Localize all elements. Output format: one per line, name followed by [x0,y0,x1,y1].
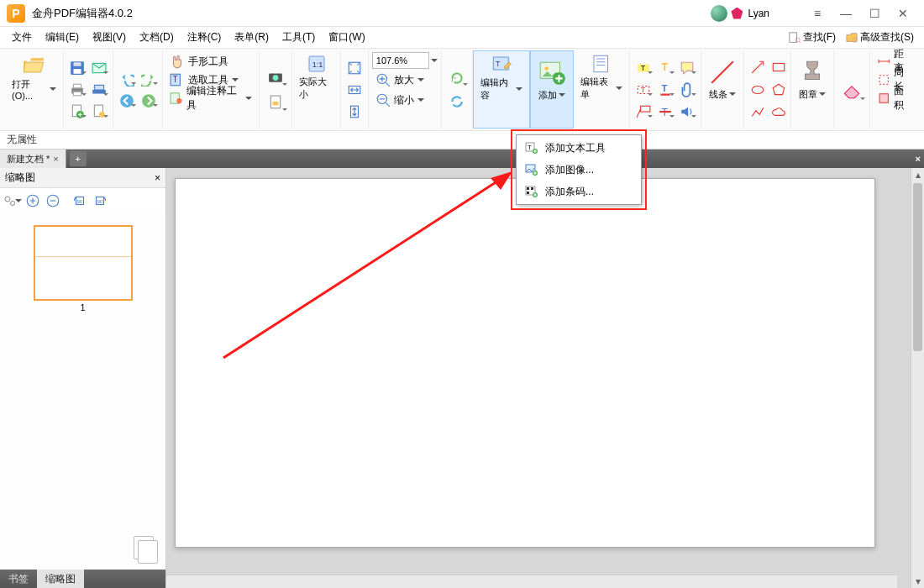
textbox-button[interactable]: T [633,80,654,100]
side-settings-button[interactable] [3,192,22,210]
document-tabbar: 新建文档 * × + × [0,150,924,168]
fit-page-button[interactable] [344,58,365,78]
folder-search-icon [846,31,858,45]
pages-stack-icon [134,536,157,563]
lines-button[interactable]: 线条 [705,52,740,102]
polygon-shape-button[interactable] [769,80,789,100]
svg-rect-6 [73,62,81,66]
doc-page-button[interactable] [263,90,288,115]
new-doc-button[interactable] [67,102,87,122]
audio-button[interactable] [677,102,697,122]
zoom-out-button[interactable]: 缩小 [372,91,428,109]
add-image-item[interactable]: 添加图像... [517,159,641,181]
group-add: 添加 [530,50,574,129]
actual-size-button[interactable]: 1:1 实际大小 [296,52,337,102]
horizontal-scrollbar[interactable] [166,575,897,588]
tab-close-button[interactable]: × [53,154,58,164]
forward-button[interactable] [139,91,159,111]
rotate-button[interactable] [445,66,469,90]
edit-form-button[interactable]: 编辑表单 [577,52,626,102]
forward-icon [141,93,156,108]
callout-button[interactable] [633,102,654,122]
back-button[interactable] [117,91,137,111]
rotate-ccw-button[interactable]: 90 [71,192,89,210]
area-button[interactable]: 面积 [874,89,916,108]
menu-annotate[interactable]: 注释(C) [182,29,227,46]
find-button[interactable]: 查找(F) [785,29,839,46]
minimize-button[interactable]: — [832,3,860,24]
refresh-button[interactable] [445,90,469,113]
save-button[interactable] [67,58,87,78]
scroll-up-button[interactable]: ▴ [911,168,924,181]
page-view[interactable] [175,178,875,548]
redo-button[interactable] [139,69,159,89]
zoom-in-button[interactable]: 放大 [372,71,428,89]
ellipse-shape-button[interactable] [748,80,768,100]
menu-view[interactable]: 视图(V) [87,29,131,46]
doc-settings-button[interactable] [89,102,109,122]
fit-width-button[interactable] [344,80,365,100]
fit-width-icon [347,82,362,97]
annotation-tool-button[interactable]: 编辑注释工具 [166,89,255,108]
eraser-button[interactable] [837,76,866,104]
edit-content-button[interactable]: T 编辑内容 [477,53,526,103]
vertical-scrollbar[interactable]: ▴ ▾ [911,168,924,588]
text-color-button[interactable]: T [655,58,675,78]
menu-document[interactable]: 文档(D) [134,29,179,46]
svg-point-60 [11,202,15,206]
attach-button[interactable] [677,80,697,100]
scroll-down-button[interactable]: ▾ [911,575,924,588]
app-menu-button[interactable]: ≡ [803,3,832,24]
cloud-shape-button[interactable] [769,102,789,123]
tab-bookmarks[interactable]: 书签 [0,570,37,588]
tab-thumbnails[interactable]: 缩略图 [37,570,84,588]
mail-button[interactable] [89,58,109,78]
strike-button[interactable]: T [655,102,675,122]
side-zoom-in-button[interactable] [24,192,42,210]
undo-button[interactable] [117,69,137,89]
maximize-button[interactable]: ☐ [860,3,889,24]
page-thumbnail[interactable] [34,225,133,301]
menu-form[interactable]: 表单(R) [229,29,274,46]
side-zoom-out-button[interactable] [44,192,62,210]
scroll-thumb[interactable] [913,183,922,351]
canvas-viewport[interactable] [166,168,911,588]
note-button[interactable] [677,58,697,78]
svg-rect-41 [594,55,608,72]
menu-window[interactable]: 窗口(W) [323,29,370,46]
arrow-shape-button[interactable] [748,57,768,77]
zoom-input[interactable] [372,52,429,69]
highlight-button[interactable]: T [633,58,654,78]
no-properties-label: 无属性 [7,134,37,145]
zoom-dropdown-icon[interactable] [431,59,438,66]
close-button[interactable]: ✕ [889,3,917,24]
menu-edit[interactable]: 编辑(E) [40,29,84,46]
textbox-icon: T [636,82,651,97]
scan-button[interactable] [89,80,109,100]
fit-height-button[interactable] [344,102,365,122]
tab-add-button[interactable]: + [70,151,87,166]
menu-tools[interactable]: 工具(T) [277,29,320,46]
rotate-cw-button[interactable]: 90 [91,192,109,210]
properties-bar: 无属性 [0,131,924,150]
print-button[interactable] [67,80,87,100]
tabbar-close-button[interactable]: × [916,154,921,164]
snapshot-button[interactable] [263,65,288,90]
find-label: 查找(F) [803,30,836,45]
polyline-shape-button[interactable] [748,102,768,123]
stamp-button[interactable]: 图章 [795,52,830,102]
side-panel-close-button[interactable]: × [155,172,160,184]
group-text-tools: T T T T T [630,50,701,129]
add-barcode-item[interactable]: 添加条码... [517,181,641,202]
advanced-find-button[interactable]: 高级查找(S) [843,29,917,46]
add-button[interactable]: 添加 [534,53,570,103]
document-tab[interactable]: 新建文档 * × [0,150,66,168]
underline-button[interactable]: T [655,80,675,100]
hand-tool-button[interactable]: 手形工具 [166,52,232,71]
menu-file[interactable]: 文件 [7,29,37,46]
rect-shape-button[interactable] [769,57,789,77]
add-text-item[interactable]: T 添加文本工具 [517,137,641,159]
plus-circle-icon [25,193,40,208]
open-button[interactable]: 打开(O)... [8,52,60,102]
avatar[interactable] [711,5,727,22]
